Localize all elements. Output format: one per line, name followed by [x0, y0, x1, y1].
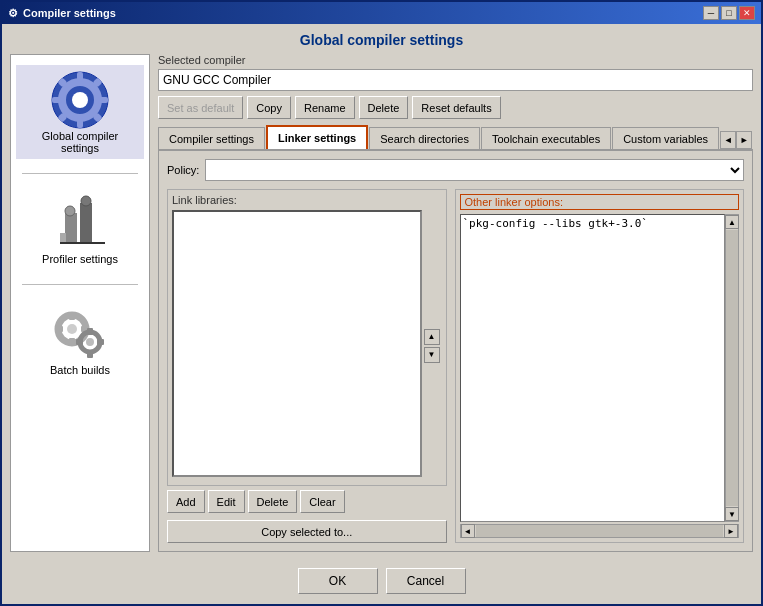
- svg-rect-25: [87, 328, 93, 335]
- policy-label: Policy:: [167, 164, 199, 176]
- minimize-button[interactable]: ─: [703, 6, 719, 20]
- sidebar-item-profiler-settings[interactable]: Profiler settings: [16, 188, 144, 270]
- svg-rect-11: [65, 213, 77, 243]
- svg-rect-3: [77, 72, 83, 82]
- svg-point-16: [81, 196, 91, 206]
- svg-rect-5: [52, 97, 62, 103]
- sidebar-item-batch-builds[interactable]: Batch builds: [16, 299, 144, 381]
- content-area: Global compilersettings Profiler setting…: [2, 54, 761, 560]
- tabs-bar: Compiler settings Linker settings Search…: [158, 125, 753, 151]
- tab-content: Policy: Link libraries:: [158, 151, 753, 552]
- delete-lib-button[interactable]: Delete: [248, 490, 298, 513]
- set-as-default-button[interactable]: Set as default: [158, 96, 243, 119]
- sidebar: Global compilersettings Profiler setting…: [10, 54, 150, 552]
- ok-button[interactable]: OK: [298, 568, 378, 594]
- link-libraries-buttons: Add Edit Delete Clear: [167, 490, 447, 513]
- other-linker-title: Other linker options:: [460, 194, 740, 210]
- other-linker-options-input[interactable]: [460, 214, 726, 522]
- link-lib-content: ▲ ▼: [172, 210, 442, 481]
- svg-rect-6: [98, 97, 108, 103]
- linker-textarea-wrapper: ▲ ▼: [460, 214, 740, 522]
- move-up-button[interactable]: ▲: [424, 329, 440, 345]
- edit-button[interactable]: Edit: [208, 490, 245, 513]
- tab-toolchain-executables[interactable]: Toolchain executables: [481, 127, 611, 149]
- tab-compiler-settings[interactable]: Compiler settings: [158, 127, 265, 149]
- svg-rect-21: [55, 326, 63, 332]
- linker-vertical-scrollbar[interactable]: ▲ ▼: [725, 214, 739, 522]
- clear-button[interactable]: Clear: [300, 490, 344, 513]
- right-panel: Selected compiler GNU GCC Compiler Set a…: [158, 54, 753, 552]
- link-libraries-list[interactable]: [172, 210, 422, 477]
- sidebar-item-global-compiler[interactable]: Global compilersettings: [16, 65, 144, 159]
- scroll-down-button[interactable]: ▼: [725, 507, 739, 521]
- svg-rect-27: [76, 339, 83, 345]
- policy-row: Policy:: [167, 159, 744, 181]
- add-button[interactable]: Add: [167, 490, 205, 513]
- window-title: Compiler settings: [23, 7, 116, 19]
- linker-horizontal-scrollbar[interactable]: ◄ ►: [460, 524, 740, 538]
- move-down-button[interactable]: ▼: [424, 347, 440, 363]
- policy-dropdown[interactable]: [205, 159, 744, 181]
- svg-point-18: [67, 324, 77, 334]
- tab-prev-button[interactable]: ◄: [720, 131, 736, 149]
- scroll-right-button[interactable]: ►: [724, 524, 738, 538]
- svg-rect-12: [80, 203, 92, 243]
- svg-rect-4: [77, 118, 83, 128]
- link-libraries-title: Link libraries:: [172, 194, 442, 206]
- rename-button[interactable]: Rename: [295, 96, 355, 119]
- sidebar-label-global-compiler: Global compilersettings: [42, 130, 118, 154]
- selected-compiler-label: Selected compiler: [158, 54, 753, 66]
- sidebar-label-batch-builds: Batch builds: [50, 364, 110, 376]
- close-button[interactable]: ✕: [739, 6, 755, 20]
- svg-rect-26: [87, 351, 93, 358]
- svg-rect-13: [60, 233, 66, 243]
- profiler-icon: [50, 193, 110, 253]
- title-bar: ⚙ Compiler settings ─ □ ✕: [2, 2, 761, 24]
- other-linker-panel: Other linker options: ▲ ▼ ◄: [455, 189, 745, 543]
- title-bar-buttons: ─ □ ✕: [703, 6, 755, 20]
- batch-builds-icon: [50, 304, 110, 364]
- arrow-column: ▲ ▼: [424, 210, 442, 481]
- sidebar-label-profiler: Profiler settings: [42, 253, 118, 265]
- copy-button[interactable]: Copy: [247, 96, 291, 119]
- compiler-dropdown[interactable]: GNU GCC Compiler: [158, 69, 753, 91]
- compiler-buttons-row: Set as default Copy Rename Delete Reset …: [158, 96, 753, 119]
- scroll-thumb[interactable]: [726, 230, 738, 506]
- svg-rect-28: [97, 339, 104, 345]
- svg-point-15: [65, 206, 75, 216]
- scroll-h-thumb[interactable]: [476, 525, 724, 537]
- bottom-bar: OK Cancel: [2, 560, 761, 604]
- two-panels: Link libraries: ▲ ▼ Add Edit: [167, 189, 744, 543]
- tab-search-directories[interactable]: Search directories: [369, 127, 480, 149]
- reset-defaults-button[interactable]: Reset defaults: [412, 96, 500, 119]
- link-libraries-panel: Link libraries: ▲ ▼: [167, 189, 447, 486]
- tab-next-button[interactable]: ►: [736, 131, 752, 149]
- cancel-button[interactable]: Cancel: [386, 568, 466, 594]
- svg-rect-20: [69, 338, 75, 346]
- svg-point-2: [72, 92, 88, 108]
- sidebar-divider-2: [22, 284, 137, 285]
- window-icon: ⚙: [8, 7, 18, 20]
- tab-custom-variables[interactable]: Custom variables: [612, 127, 719, 149]
- svg-point-24: [86, 338, 94, 346]
- scroll-left-button[interactable]: ◄: [461, 524, 475, 538]
- gear-icon: [50, 70, 110, 130]
- scroll-up-button[interactable]: ▲: [725, 215, 739, 229]
- copy-selected-to-button[interactable]: Copy selected to...: [167, 520, 447, 543]
- dialog-title: Global compiler settings: [2, 24, 761, 54]
- compiler-dropdown-wrapper: GNU GCC Compiler: [158, 69, 753, 91]
- link-libraries-section: Link libraries: ▲ ▼ Add Edit: [167, 189, 447, 543]
- tab-linker-settings[interactable]: Linker settings: [266, 125, 368, 149]
- sidebar-divider-1: [22, 173, 137, 174]
- svg-rect-19: [69, 312, 75, 320]
- maximize-button[interactable]: □: [721, 6, 737, 20]
- compiler-row: GNU GCC Compiler: [158, 69, 753, 91]
- policy-dropdown-wrapper: [205, 159, 744, 181]
- delete-button[interactable]: Delete: [359, 96, 409, 119]
- main-window: ⚙ Compiler settings ─ □ ✕ Global compile…: [0, 0, 763, 606]
